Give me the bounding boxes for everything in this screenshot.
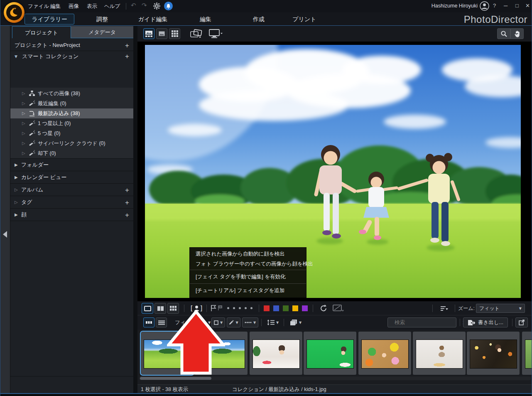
toolbar-separator xyxy=(261,319,262,326)
filmstrip-thumbnail-4[interactable] xyxy=(304,332,356,375)
tab-edit[interactable]: 編集 xyxy=(200,16,211,23)
undo-icon[interactable]: ↶ xyxy=(131,2,136,9)
smart-item-all-images[interactable]: ▷ すべての画像 (38) xyxy=(10,89,133,98)
search-box[interactable]: ✕ xyxy=(387,317,456,327)
smart-item-one-star[interactable]: ▷ 1 つ星以上 (0) xyxy=(10,118,133,128)
redo-icon[interactable]: ↷ xyxy=(142,2,147,9)
collapse-triangle-icon[interactable]: ▼ xyxy=(15,51,17,62)
project-header-row[interactable]: プロジェクト - NewProject + xyxy=(10,39,133,51)
view-viewer-only-button[interactable] xyxy=(156,28,167,39)
expand-icon[interactable]: ▶ xyxy=(15,171,18,183)
menu-image[interactable]: 画像 xyxy=(69,3,79,10)
add-project-icon[interactable]: + xyxy=(125,39,129,51)
expand-icon[interactable]: ▷ xyxy=(15,184,18,196)
menu-item-detect-faces-selected[interactable]: 選択された画像から自動的に顔を検出 xyxy=(190,249,306,259)
smart-item-cyberlink-cloud[interactable]: ▷ サイバーリンク クラウド (0) xyxy=(10,138,133,148)
mode-tab-bar: ライブラリー 調整 ガイド編集 編集 作成 プリント PhotoDirector xyxy=(0,12,532,26)
thumbnail-view-button[interactable] xyxy=(143,317,154,327)
sort-order-button[interactable] xyxy=(437,304,451,313)
tab-guided-edit[interactable]: ガイド編集 xyxy=(138,16,168,23)
add-album-icon[interactable]: + xyxy=(125,184,129,196)
tab-adjustment[interactable]: 調整 xyxy=(96,16,108,23)
section-faces[interactable]: ▶ 顔 + xyxy=(10,209,133,221)
menu-help[interactable]: ヘルプ xyxy=(104,3,120,10)
sidebar-tab-metadata[interactable]: メタデータ xyxy=(71,26,133,38)
user-avatar-icon[interactable] xyxy=(480,1,489,11)
menu-file[interactable]: ファイル xyxy=(28,3,49,10)
photo-canvas: 選択された画像から自動的に顔を検出 フォト ブラウザー中のすべての画像から顔を検… xyxy=(137,42,532,301)
expand-icon[interactable]: ▷ xyxy=(15,196,18,208)
tab-print[interactable]: プリント xyxy=(292,16,316,23)
export-icon xyxy=(468,320,475,326)
scrollbar-thumb[interactable] xyxy=(140,377,211,380)
secondary-monitor-icon[interactable] xyxy=(209,29,223,39)
filmstrip-scrollbar[interactable] xyxy=(139,376,531,380)
zoom-tool-button[interactable] xyxy=(497,28,510,39)
minimize-button[interactable]: ─ xyxy=(504,2,507,9)
open-in-new-window-button[interactable] xyxy=(515,317,528,327)
export-button[interactable]: 書き出し... xyxy=(463,317,508,327)
title-bar: ファイル 編集 画像 表示 ヘルプ ↶ ↷ Hashizume Hiroyuki… xyxy=(0,0,532,12)
expand-icon[interactable]: ▶ xyxy=(15,209,18,221)
smart-item-recently-edited[interactable]: ▷ 最近編集 (0) xyxy=(10,98,133,108)
color-label-green[interactable] xyxy=(283,305,289,311)
filmstrip-thumbnail-6[interactable] xyxy=(413,332,466,375)
divider xyxy=(10,221,133,221)
tab-create[interactable]: 作成 xyxy=(253,16,265,23)
close-button[interactable]: ✕ xyxy=(525,2,530,9)
smart-collection-header-row[interactable]: ▼ スマート コレクション + xyxy=(10,51,133,62)
color-label-blue[interactable] xyxy=(273,305,279,311)
filmstrip-thumbnail-7[interactable] xyxy=(467,332,520,375)
notification-bell-icon[interactable] xyxy=(164,2,173,10)
add-smart-collection-icon[interactable]: + xyxy=(125,51,129,62)
thumbnail-size-button[interactable]: ▼ xyxy=(265,317,281,327)
view-browser-only-button[interactable] xyxy=(169,28,180,39)
menu-edit[interactable]: 編集 xyxy=(50,3,61,10)
photodirector-window: ファイル 編集 画像 表示 ヘルプ ↶ ↷ Hashizume Hiroyuki… xyxy=(0,0,532,396)
view-single-button[interactable] xyxy=(142,303,153,314)
view-compare-button[interactable] xyxy=(154,303,166,314)
list-view-button[interactable] xyxy=(156,317,167,327)
section-calendar-view[interactable]: ▶ カレンダー ビュー xyxy=(10,171,133,183)
section-tags[interactable]: ▷ タグ + xyxy=(10,196,133,208)
extract-preview-icon[interactable] xyxy=(333,305,344,312)
smart-item-five-star[interactable]: ▷ 5 つ星 (0) xyxy=(10,128,133,138)
maximize-button[interactable]: □ xyxy=(515,2,519,9)
sidebar-tab-project[interactable]: プロジェクト xyxy=(12,26,71,38)
color-label-yellow[interactable] xyxy=(292,305,298,311)
rating-filter-button[interactable]: ▼ xyxy=(242,317,258,327)
rotate-right-icon[interactable] xyxy=(319,304,328,312)
star-rating-dots[interactable] xyxy=(227,307,253,309)
toolbar-separator xyxy=(284,319,284,326)
rotate-photo-icon[interactable] xyxy=(190,29,202,39)
help-button[interactable]: ? xyxy=(493,2,496,9)
menu-item-tutorial-add-face-tags[interactable]: [チュートリアル] フェイスタグを追加 xyxy=(190,285,306,296)
filmstrip-thumbnail-5[interactable] xyxy=(358,332,411,375)
filmstrip-thumbnail-3[interactable] xyxy=(250,332,302,375)
add-face-icon[interactable]: + xyxy=(125,209,129,221)
section-albums[interactable]: ▷ アルバム + xyxy=(10,184,133,196)
tab-library[interactable]: ライブラリー xyxy=(25,14,74,25)
menu-item-enable-manual-face-tag[interactable]: [フェイス タグを手動で編集] を有効化 xyxy=(190,271,306,283)
zoom-label: ズーム: xyxy=(458,305,475,312)
zoom-fit-dropdown[interactable]: フィット ▼ xyxy=(476,304,525,313)
color-label-red[interactable] xyxy=(264,305,270,311)
color-label-purple[interactable] xyxy=(302,305,308,311)
edited-filter-button[interactable]: ▼ xyxy=(227,317,240,327)
menu-item-detect-faces-all[interactable]: フォト ブラウザー中のすべての画像から顔を検出 xyxy=(190,259,306,269)
expand-icon[interactable]: ▶ xyxy=(15,159,18,171)
collapse-panel-icon[interactable] xyxy=(3,231,7,238)
stack-photos-button[interactable]: ▼ xyxy=(287,317,304,327)
gear-icon[interactable] xyxy=(153,2,160,10)
pan-hand-tool-button[interactable] xyxy=(510,28,524,39)
smart-item-latest-import[interactable]: ▷ 最新読み込み (38) xyxy=(10,108,133,118)
brand-wordmark: PhotoDirector xyxy=(464,14,527,25)
filmstrip-thumbnail-8[interactable] xyxy=(522,332,532,375)
add-tag-icon[interactable]: + xyxy=(125,196,129,208)
menu-view[interactable]: 表示 xyxy=(87,3,97,10)
project-header-label: プロジェクト - NewProject xyxy=(15,39,80,51)
smart-item-rejected[interactable]: ▷ 却下 (0) xyxy=(10,148,133,158)
view-browser-viewer-button[interactable] xyxy=(143,28,154,39)
section-folders[interactable]: ▶ フォルダー xyxy=(10,159,133,171)
search-input[interactable] xyxy=(394,319,462,326)
